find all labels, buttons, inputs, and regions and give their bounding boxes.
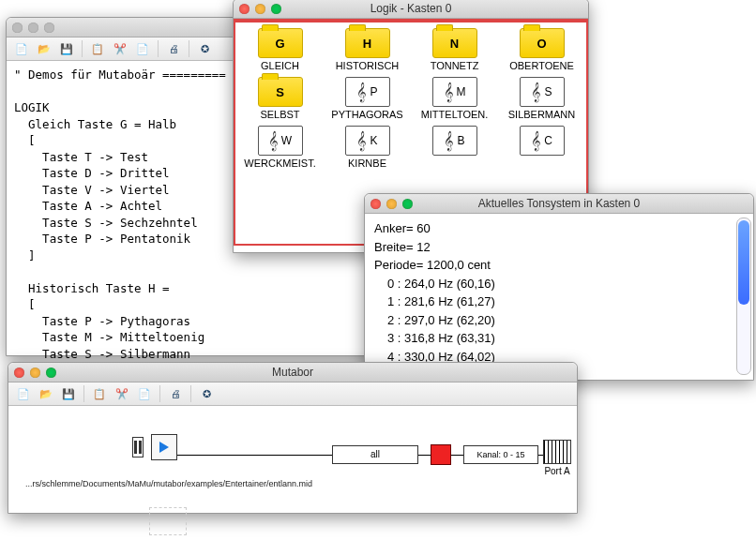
logik-item[interactable]: 𝄞SSILBERMANN [501,77,582,120]
period-label: Periode= [374,258,427,272]
close-icon[interactable] [239,4,249,14]
open-icon[interactable]: 📂 [37,385,55,402]
logik-item-label: WERCKMEIST. [244,158,315,169]
minimize-icon[interactable] [386,199,397,209]
tone-row: 1 : 281,6 Hz (61,27) [387,292,744,311]
folder-icon: N [432,28,477,58]
width-label: Breite= [374,240,416,254]
cut-icon[interactable]: ✂️ [113,385,131,402]
help-icon[interactable]: ✪ [197,385,216,402]
box-node[interactable] [431,444,451,465]
tone-row: 2 : 297,0 Hz (62,20) [387,311,744,330]
logik-item-label: SELBST [260,109,299,120]
output-device-node[interactable]: Port A [543,440,571,476]
logik-item[interactable]: 𝄞C [501,126,582,169]
logik-item-label: SILBERMANN [508,109,576,120]
logik-item[interactable]: SSELBST [239,77,321,120]
paste-icon[interactable]: 📄 [135,385,154,402]
print-icon[interactable]: 🖨 [166,385,185,402]
logik-item[interactable]: 𝄞B [414,126,495,169]
logik-item-label: MITTELTOEN. [421,109,489,120]
midi-port-icon [543,440,571,464]
tone-row: 3 : 316,8 Hz (63,31) [387,329,744,348]
play-icon [159,442,169,453]
logik-item[interactable]: 𝄞KKIRNBE [326,126,408,169]
scroll-thumb[interactable] [738,220,749,305]
tonsystem-content: Anker= 60 Breite= 12 Periode= 1200,0 cen… [365,214,753,379]
logik-item-label: PYTHAGORAS [331,109,402,120]
channel-node[interactable]: Kanal: 0 - 15 [463,445,538,464]
logik-item[interactable]: 𝄞WWERCKMEIST. [239,126,321,169]
open-icon[interactable]: 📂 [35,40,53,57]
save-icon[interactable]: 💾 [57,40,76,57]
mutabor-window: Mutabor 📄 📂 💾 📋 ✂️ 📄 🖨 ✪ ...rs/schlemme/… [8,362,578,514]
logik-item[interactable]: HHISTORISCH [326,28,408,71]
copy-icon[interactable]: 📋 [90,385,109,402]
scrollbar[interactable] [736,218,751,375]
zoom-icon[interactable] [402,199,413,209]
folder-icon: S [258,77,303,107]
zoom-icon[interactable] [46,368,56,378]
midi-file-icon [151,434,177,460]
new-icon[interactable]: 📄 [14,385,33,402]
close-icon[interactable] [14,368,24,378]
pause-button[interactable] [132,437,144,458]
help-icon[interactable]: ✪ [195,40,214,57]
tuning-icon: 𝄞B [432,126,477,156]
input-file-node[interactable] [151,434,177,460]
period-value: 1200,0 cent [427,258,491,272]
logik-item-label: GLEICH [261,60,299,71]
tuning-icon: 𝄞C [520,126,565,156]
minimize-icon[interactable] [28,22,38,33]
tonsystem-window: Aktuelles Tonsystem in Kasten 0 Anker= 6… [364,193,754,381]
close-icon[interactable] [370,199,381,209]
logik-item[interactable]: NTONNETZ [414,28,495,71]
port-label: Port A [544,466,569,476]
folder-icon: H [345,28,390,58]
anchor-label: Anker= [374,221,416,235]
print-icon[interactable]: 🖨 [164,40,183,57]
new-icon[interactable]: 📄 [12,40,31,57]
folder-icon: O [520,28,565,58]
logik-titlebar[interactable]: Logik - Kasten 0 [234,0,588,19]
logik-item[interactable]: GGLEICH [239,28,321,71]
filter-label: all [332,445,418,464]
zoom-icon[interactable] [271,4,281,14]
tuning-icon: 𝄞P [345,77,390,107]
logik-item-label: KIRNBE [348,158,386,169]
tone-row: 0 : 264,0 Hz (60,16) [387,275,744,293]
save-icon[interactable]: 💾 [59,385,78,402]
channel-label: Kanal: 0 - 15 [463,445,538,464]
logik-item[interactable]: OOBERTOENE [501,28,582,71]
anchor-value: 60 [416,221,430,235]
close-icon[interactable] [12,22,23,33]
zoom-icon[interactable] [44,22,54,33]
paste-icon[interactable]: 📄 [133,40,152,57]
tonsystem-titlebar[interactable]: Aktuelles Tonsystem in Kasten 0 [365,194,753,214]
tuning-icon: 𝄞S [520,77,565,107]
logik-item[interactable]: 𝄞PPYTHAGORAS [326,77,408,120]
tuning-icon: 𝄞M [432,77,477,107]
input-filter-node[interactable]: all [332,445,418,464]
cut-icon[interactable]: ✂️ [111,40,129,57]
logik-item-label: TONNETZ [431,60,479,71]
folder-icon: G [258,28,303,58]
copy-icon[interactable]: 📋 [88,40,107,57]
logik-item-label: OBERTOENE [509,60,574,71]
tuning-icon: 𝄞K [345,126,390,156]
logik-item[interactable]: 𝄞MMITTELTOEN. [414,77,495,120]
tuning-icon: 𝄞W [258,126,303,156]
mutabor-titlebar[interactable]: Mutabor [8,363,577,382]
minimize-icon[interactable] [255,4,265,14]
minimize-icon[interactable] [30,368,40,378]
empty-slot[interactable] [149,507,187,535]
width-value: 12 [416,240,430,254]
logik-grid: GGLEICHHHISTORISCHNTONNETZOOBERTOENESSEL… [239,28,582,169]
box-icon [431,444,451,465]
logik-item-label: HISTORISCH [336,60,400,71]
input-file-path: ...rs/schlemme/Documents/MaMu/mutabor/ex… [25,479,312,488]
tonsystem-title: Aktuelles Tonsystem in Kasten 0 [365,197,753,210]
logik-title: Logik - Kasten 0 [234,2,588,15]
mutabor-toolbar: 📄 📂 💾 📋 ✂️ 📄 🖨 ✪ [8,382,577,406]
mutabor-title: Mutabor [8,366,577,379]
